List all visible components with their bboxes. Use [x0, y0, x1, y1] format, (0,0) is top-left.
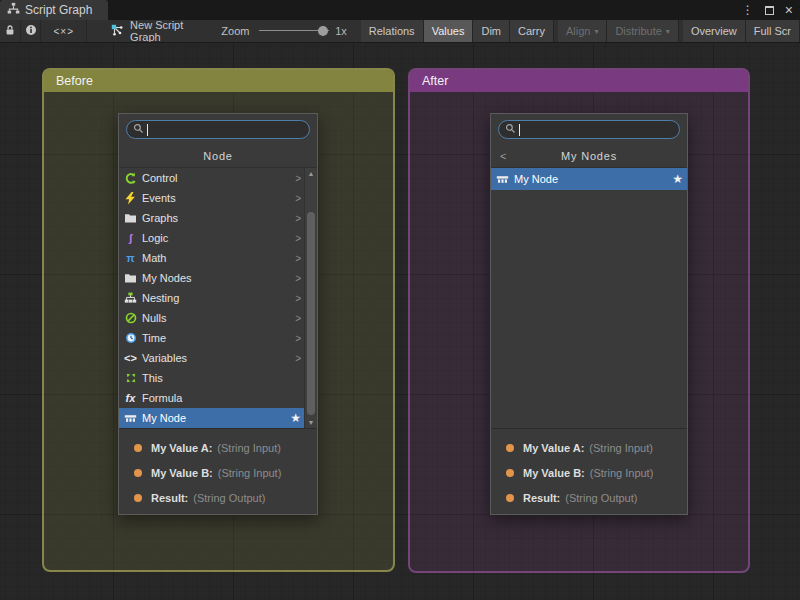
list-item-variables[interactable]: <>Variables>: [119, 348, 317, 368]
port-type: (String Input): [217, 442, 281, 454]
port-label: Result:: [523, 492, 560, 504]
inspect-code-button[interactable]: <×>: [41, 20, 87, 42]
chevron-down-icon: ▾: [594, 27, 598, 36]
favorite-star-icon[interactable]: ★: [290, 411, 301, 425]
port-dot[interactable]: [506, 494, 514, 502]
scrollbar[interactable]: ▲ ▼: [304, 168, 317, 428]
scrollbar-track[interactable]: [305, 179, 317, 417]
tab-script-graph[interactable]: Script Graph: [0, 0, 108, 20]
search-input[interactable]: [126, 120, 310, 139]
group-after-header[interactable]: After: [410, 70, 748, 92]
toolbar-button-align: Align▾: [558, 20, 607, 42]
code-icon: <×>: [53, 26, 74, 37]
list-item-label: Time: [142, 332, 291, 344]
back-chevron-icon[interactable]: <: [500, 150, 506, 162]
finder-header: Node: [119, 144, 317, 167]
list-item-label: Control: [142, 172, 291, 184]
lock-button[interactable]: [0, 20, 21, 42]
list-item-control[interactable]: Control>: [119, 168, 317, 188]
new-script-graph-button[interactable]: New Script Graph: [101, 20, 201, 42]
port-dot[interactable]: [134, 444, 142, 452]
port-type: (String Input): [589, 442, 653, 454]
zoom-label: Zoom: [221, 25, 249, 37]
formula-icon: fx: [123, 393, 138, 404]
list-item-time[interactable]: Time>: [119, 328, 317, 348]
chevron-right-icon: >: [295, 273, 301, 284]
script-graph-icon: [7, 2, 20, 18]
close-icon[interactable]: ×: [785, 3, 793, 17]
new-graph-label: New Script Graph: [130, 20, 191, 43]
chevron-right-icon: >: [295, 353, 301, 364]
toolbar-button-carry[interactable]: Carry: [510, 20, 554, 42]
new-graph-icon: [111, 24, 124, 39]
list-item-label: My Node: [142, 412, 286, 424]
finder-header: < My Nodes: [491, 144, 687, 167]
toolbar-button-values[interactable]: Values: [424, 20, 474, 42]
maximize-icon[interactable]: [765, 6, 774, 15]
search-area: [491, 114, 687, 144]
zoom-slider-knob[interactable]: [318, 26, 328, 36]
chevron-right-icon: >: [295, 293, 301, 304]
port-dot[interactable]: [506, 444, 514, 452]
list-item-my-nodes[interactable]: My Nodes>: [119, 268, 317, 288]
chevron-right-icon: >: [295, 253, 301, 264]
port-dot[interactable]: [134, 494, 142, 502]
math-icon: π: [123, 253, 138, 264]
port-label: My Value B:: [523, 467, 585, 479]
chevron-right-icon: >: [295, 213, 301, 224]
favorite-star-icon[interactable]: ★: [672, 172, 683, 186]
list-item-graphs[interactable]: Graphs>: [119, 208, 317, 228]
list-item-math[interactable]: πMath>: [119, 248, 317, 268]
toolbar-button-overview[interactable]: Overview: [683, 20, 746, 42]
port-dot[interactable]: [134, 469, 142, 477]
nesting-icon: [123, 292, 138, 304]
list-item-events[interactable]: Events>: [119, 188, 317, 208]
toolbar-button-label: Align: [566, 25, 590, 37]
list-item-label: My Node: [514, 173, 668, 185]
node-icon: [123, 413, 138, 424]
list-item-nulls[interactable]: Nulls>: [119, 308, 317, 328]
toolbar-button-relations[interactable]: Relations: [361, 20, 424, 42]
finder-header-title: Node: [203, 150, 233, 162]
kebab-menu-icon[interactable]: ⋮: [742, 4, 754, 16]
list-item-label: Formula: [142, 392, 301, 404]
graph-canvas[interactable]: Before After Node Control>Events>Graphs>…: [0, 43, 800, 600]
list-item-formula[interactable]: fxFormula: [119, 388, 317, 408]
group-before-header[interactable]: Before: [44, 70, 393, 92]
list-item-this[interactable]: This: [119, 368, 317, 388]
list-item-my-node[interactable]: My Node★: [491, 168, 687, 190]
chevron-down-icon: ▾: [666, 27, 670, 36]
toolbar: <×> New Script Graph Zoom 1x RelationsVa…: [0, 20, 800, 43]
port-dot[interactable]: [506, 469, 514, 477]
port-row-my-value-b: My Value B:(String Input): [491, 460, 687, 485]
search-input[interactable]: [498, 120, 680, 139]
list-item-nesting[interactable]: Nesting>: [119, 288, 317, 308]
folder-icon: [123, 212, 138, 224]
node-list: My Node★: [491, 167, 687, 428]
zoom-value: 1x: [335, 25, 347, 37]
list-item-label: Nesting: [142, 292, 291, 304]
info-icon: [25, 24, 37, 38]
scroll-up-button[interactable]: ▲: [305, 168, 317, 179]
port-row-my-value-a: My Value A:(String Input): [491, 435, 687, 460]
toolbar-button-dim[interactable]: Dim: [473, 20, 510, 42]
list-item-logic[interactable]: ʃLogic>: [119, 228, 317, 248]
chevron-right-icon: >: [295, 233, 301, 244]
port-row-my-value-b: My Value B:(String Input): [119, 460, 317, 485]
list-item-label: Nulls: [142, 312, 291, 324]
toolbar-toggle-buttons: RelationsValuesDimCarryAlign▾Distribute▾…: [361, 20, 800, 42]
port-type: (String Output): [193, 492, 265, 504]
nulls-icon: [123, 312, 138, 324]
toolbar-button-label: Values: [432, 25, 465, 37]
zoom-slider[interactable]: [259, 25, 329, 37]
search-icon: [505, 123, 516, 136]
toolbar-button-label: Carry: [518, 25, 545, 37]
this-icon: [123, 372, 138, 384]
toolbar-button-full-scr[interactable]: Full Scr: [746, 20, 800, 42]
scrollbar-thumb[interactable]: [307, 212, 315, 415]
events-icon: [123, 192, 138, 205]
scroll-down-button[interactable]: ▼: [305, 417, 317, 428]
list-item-label: Logic: [142, 232, 291, 244]
info-button[interactable]: [21, 20, 42, 42]
list-item-my-node[interactable]: My Node★: [119, 408, 317, 428]
